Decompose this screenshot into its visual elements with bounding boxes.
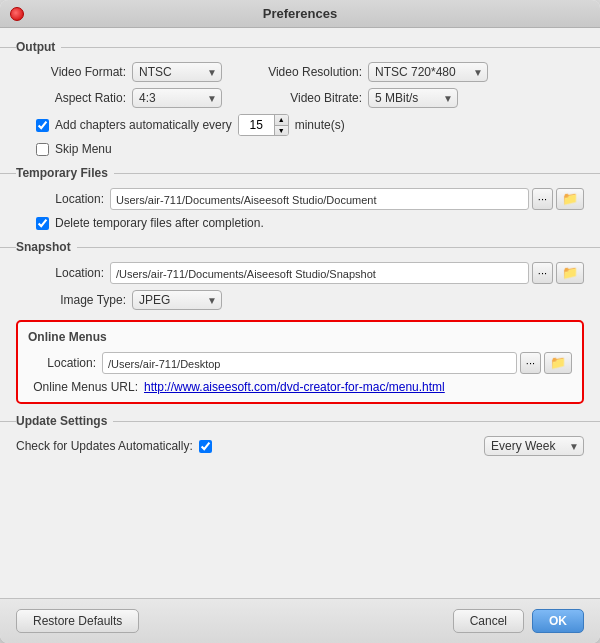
video-resolution-select[interactable]: NTSC 720*480 NTSC 1280*720 bbox=[368, 62, 488, 82]
chapters-row: Add chapters automatically every ▲ ▼ min… bbox=[16, 114, 584, 136]
snapshot-ellipsis-button[interactable]: ··· bbox=[532, 262, 553, 284]
chapters-number-input[interactable] bbox=[239, 115, 274, 135]
snapshot-header: Snapshot bbox=[16, 240, 584, 254]
check-updates-label: Check for Updates Automatically: bbox=[16, 439, 193, 453]
update-settings-header: Update Settings bbox=[16, 414, 584, 428]
update-frequency-wrapper: Every Week Every Day Every Month ▼ bbox=[484, 436, 584, 456]
temp-location-row: Location: Users/air-711/Documents/Aisees… bbox=[16, 188, 584, 210]
online-menus-section: Online Menus Location: /Users/air-711/De… bbox=[16, 320, 584, 404]
image-type-label: Image Type: bbox=[36, 293, 126, 307]
aspect-ratio-wrapper: 4:3 16:9 ▼ bbox=[132, 88, 222, 108]
snapshot-section: Snapshot Location: /Users/air-711/Docume… bbox=[16, 240, 584, 310]
delete-temp-label: Delete temporary files after completion. bbox=[55, 216, 264, 230]
online-location-label: Location: bbox=[28, 356, 96, 370]
preferences-window: Preferences Output Video Format: NTSC PA… bbox=[0, 0, 600, 643]
image-type-row: Image Type: JPEG PNG BMP ▼ bbox=[16, 290, 584, 310]
minutes-label: minute(s) bbox=[295, 118, 345, 132]
video-format-wrapper: NTSC PAL ▼ bbox=[132, 62, 222, 82]
image-type-select[interactable]: JPEG PNG BMP bbox=[132, 290, 222, 310]
online-folder-button[interactable]: 📁 bbox=[544, 352, 572, 374]
online-url-row: Online Menus URL: http://www.aiseesoft.c… bbox=[28, 380, 572, 394]
skip-menu-label: Skip Menu bbox=[55, 142, 112, 156]
video-format-label: Video Format: bbox=[36, 65, 126, 79]
update-frequency-select[interactable]: Every Week Every Day Every Month bbox=[484, 436, 584, 456]
video-resolution-label: Video Resolution: bbox=[252, 65, 362, 79]
temp-location-field: Users/air-711/Documents/Aiseesoft Studio… bbox=[110, 188, 529, 210]
action-buttons: Cancel OK bbox=[453, 609, 584, 633]
online-url-label: Online Menus URL: bbox=[28, 380, 138, 394]
video-bitrate-label: Video Bitrate: bbox=[252, 91, 362, 105]
output-section: Output Video Format: NTSC PAL ▼ Video Re… bbox=[16, 40, 584, 156]
temp-location-label: Location: bbox=[36, 192, 104, 206]
temp-ellipsis-button[interactable]: ··· bbox=[532, 188, 553, 210]
chapters-increment[interactable]: ▲ bbox=[275, 114, 288, 126]
online-location-field: /Users/air-711/Desktop bbox=[102, 352, 517, 374]
restore-defaults-button[interactable]: Restore Defaults bbox=[16, 609, 139, 633]
chapters-checkbox[interactable] bbox=[36, 119, 49, 132]
snapshot-folder-button[interactable]: 📁 bbox=[556, 262, 584, 284]
bottom-bar: Restore Defaults Cancel OK bbox=[0, 598, 600, 643]
video-bitrate-select[interactable]: 5 MBit/s 8 MBit/s bbox=[368, 88, 458, 108]
output-row-1: Video Format: NTSC PAL ▼ Video Resolutio… bbox=[16, 62, 584, 82]
aspect-ratio-label: Aspect Ratio: bbox=[36, 91, 126, 105]
video-resolution-wrapper: NTSC 720*480 NTSC 1280*720 ▼ bbox=[368, 62, 488, 82]
snapshot-location-label: Location: bbox=[36, 266, 104, 280]
snapshot-location-row: Location: /Users/air-711/Documents/Aisee… bbox=[16, 262, 584, 284]
chapters-stepper: ▲ ▼ bbox=[274, 114, 288, 136]
chapters-decrement[interactable]: ▼ bbox=[275, 126, 288, 137]
video-bitrate-wrapper: 5 MBit/s 8 MBit/s ▼ bbox=[368, 88, 458, 108]
chapters-label: Add chapters automatically every bbox=[55, 118, 232, 132]
aspect-ratio-select[interactable]: 4:3 16:9 bbox=[132, 88, 222, 108]
update-settings-section: Update Settings Check for Updates Automa… bbox=[16, 414, 584, 456]
online-location-row: Location: /Users/air-711/Desktop ··· 📁 bbox=[28, 352, 572, 374]
video-format-select[interactable]: NTSC PAL bbox=[132, 62, 222, 82]
online-url-link[interactable]: http://www.aiseesoft.com/dvd-creator-for… bbox=[144, 380, 445, 394]
content-area: Output Video Format: NTSC PAL ▼ Video Re… bbox=[0, 28, 600, 598]
temp-files-section: Temporary Files Location: Users/air-711/… bbox=[16, 166, 584, 230]
titlebar: Preferences bbox=[0, 0, 600, 28]
window-title: Preferences bbox=[263, 6, 337, 21]
ok-button[interactable]: OK bbox=[532, 609, 584, 633]
snapshot-location-field: /Users/air-711/Documents/Aiseesoft Studi… bbox=[110, 262, 529, 284]
output-row-2: Aspect Ratio: 4:3 16:9 ▼ Video Bitrate: … bbox=[16, 88, 584, 108]
temp-files-header: Temporary Files bbox=[16, 166, 584, 180]
skip-menu-checkbox[interactable] bbox=[36, 143, 49, 156]
online-ellipsis-button[interactable]: ··· bbox=[520, 352, 541, 374]
delete-temp-row: Delete temporary files after completion. bbox=[16, 216, 584, 230]
update-row: Check for Updates Automatically: Every W… bbox=[16, 436, 584, 456]
check-updates-checkbox[interactable] bbox=[199, 440, 212, 453]
temp-folder-button[interactable]: 📁 bbox=[556, 188, 584, 210]
chapters-input-wrapper: ▲ ▼ bbox=[238, 114, 289, 136]
image-type-wrapper: JPEG PNG BMP ▼ bbox=[132, 290, 222, 310]
online-menus-header: Online Menus bbox=[28, 330, 572, 344]
delete-temp-checkbox[interactable] bbox=[36, 217, 49, 230]
close-button[interactable] bbox=[10, 7, 24, 21]
output-header: Output bbox=[16, 40, 584, 54]
skip-menu-row: Skip Menu bbox=[16, 142, 584, 156]
cancel-button[interactable]: Cancel bbox=[453, 609, 524, 633]
